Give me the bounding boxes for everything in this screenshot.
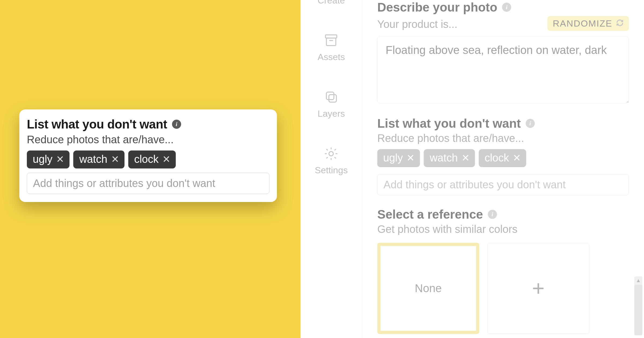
reference-section: Select a reference i Get photos with sim… — [377, 207, 629, 334]
negative-heading: List what you don't want — [377, 116, 521, 131]
reference-subheading: Get photos with similar colors — [377, 223, 629, 235]
reference-row: None + — [377, 243, 629, 334]
negative-header: List what you don't want i — [377, 116, 629, 131]
chip-clock[interactable]: clock ✕ — [128, 150, 176, 168]
info-icon[interactable]: i — [488, 210, 497, 219]
reference-add-button[interactable]: + — [487, 243, 589, 334]
main-content: Describe your photo i Your product is...… — [362, 0, 644, 338]
describe-subheading: Your product is... — [377, 18, 458, 30]
archive-icon — [323, 32, 339, 49]
randomize-button[interactable]: RANDOMIZE — [547, 16, 629, 31]
plus-icon: + — [532, 278, 545, 299]
info-icon[interactable]: i — [526, 119, 535, 128]
chevron-up-icon[interactable]: ▲ — [636, 277, 641, 284]
describe-sub-row: Your product is... RANDOMIZE — [377, 16, 629, 31]
layers-icon — [323, 89, 339, 105]
reference-heading: Select a reference — [377, 207, 483, 222]
highlight-panel: List what you don't want i Reduce photos… — [0, 0, 301, 338]
info-icon[interactable]: i — [502, 3, 511, 12]
randomize-label: RANDOMIZE — [553, 18, 612, 29]
chip-ugly[interactable]: ugly ✕ — [27, 150, 69, 168]
reference-none-label: None — [415, 282, 442, 295]
side-nav: Create Assets Layers — [301, 0, 362, 338]
close-icon[interactable]: ✕ — [162, 155, 170, 164]
chip-ugly[interactable]: ugly ✕ — [377, 149, 420, 167]
chip-label: watch — [79, 153, 107, 165]
svg-rect-1 — [327, 38, 336, 46]
scrollbar[interactable]: ▲ — [634, 276, 642, 335]
reference-header: Select a reference i — [377, 207, 629, 222]
describe-section: Describe your photo i Your product is...… — [377, 0, 629, 104]
callout-header: List what you don't want i — [27, 117, 269, 131]
close-icon[interactable]: ✕ — [513, 153, 521, 163]
reference-option-none[interactable]: None — [377, 243, 479, 334]
callout-heading: List what you don't want — [27, 117, 167, 131]
chip-label: ugly — [383, 152, 403, 164]
description-textarea[interactable] — [377, 36, 629, 103]
nav-item-create-label[interactable]: Create — [317, 0, 345, 6]
app-panel: Create Assets Layers — [301, 0, 644, 338]
close-icon[interactable]: ✕ — [56, 155, 64, 164]
chip-watch[interactable]: watch ✕ — [424, 149, 475, 167]
refresh-icon — [616, 18, 624, 29]
negative-prompt-input[interactable] — [377, 174, 629, 195]
gear-icon — [323, 146, 339, 162]
chip-label: ugly — [33, 153, 52, 165]
info-icon[interactable]: i — [172, 120, 181, 129]
callout-chip-row: ugly ✕ watch ✕ clock ✕ — [27, 150, 269, 168]
nav-label: Layers — [317, 108, 345, 119]
chip-label: clock — [485, 152, 509, 164]
nav-item-layers[interactable]: Layers — [317, 89, 345, 119]
svg-point-5 — [329, 152, 333, 156]
svg-rect-4 — [329, 95, 336, 102]
close-icon[interactable]: ✕ — [407, 153, 415, 163]
nav-item-assets[interactable]: Assets — [317, 32, 345, 62]
describe-heading: Describe your photo — [377, 0, 497, 14]
describe-header: Describe your photo i — [377, 0, 629, 14]
chip-clock[interactable]: clock ✕ — [479, 149, 526, 167]
negative-chip-row: ugly ✕ watch ✕ clock ✕ — [377, 149, 629, 167]
chip-label: watch — [430, 152, 458, 164]
nav-label: Assets — [317, 52, 345, 62]
negative-section: List what you don't want i Reduce photos… — [377, 116, 629, 195]
chip-watch[interactable]: watch ✕ — [73, 150, 125, 168]
negative-prompt-callout: List what you don't want i Reduce photos… — [19, 109, 277, 202]
nav-item-settings[interactable]: Settings — [315, 146, 348, 175]
nav-label: Settings — [315, 165, 348, 175]
chip-label: clock — [134, 153, 159, 165]
close-icon[interactable]: ✕ — [462, 153, 470, 163]
svg-rect-3 — [326, 92, 334, 100]
negative-subheading: Reduce photos that are/have... — [377, 132, 629, 144]
callout-subheading: Reduce photos that are/have... — [27, 134, 269, 146]
negative-prompt-input[interactable] — [27, 173, 269, 194]
scrollbar-thumb[interactable] — [634, 285, 642, 335]
close-icon[interactable]: ✕ — [111, 155, 119, 164]
